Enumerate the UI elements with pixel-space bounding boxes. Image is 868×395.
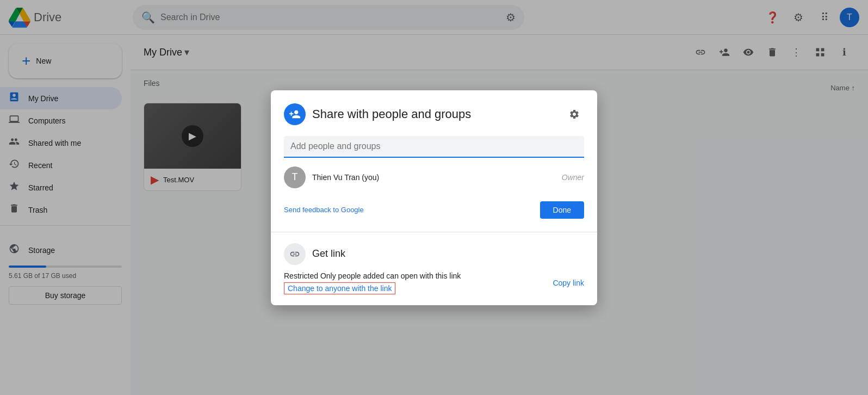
link-desc: Restricted Only people added can open wi… [284,271,461,280]
get-link-title-row: Get link [284,243,584,265]
user-role: Owner [562,173,584,182]
link-icon [284,243,306,265]
link-description: Restricted Only people added can open wi… [284,271,461,294]
share-dialog-title: Share with people and groups [312,107,558,121]
copy-link-button[interactable]: Copy link [553,279,584,287]
share-title-row: Share with people and groups [284,103,584,125]
add-people-input[interactable] [284,136,584,158]
get-link-title: Get link [312,248,345,260]
user-name: Thien Vu Tran (you) [312,173,379,182]
get-link-section: Get link Restricted Only people added ca… [271,232,597,305]
link-actions: Restricted Only people added can open wi… [284,271,584,294]
share-title-icon [284,103,306,125]
user-avatar: T [284,166,306,188]
dialog-container: Share with people and groups T Thien Vu … [271,90,597,305]
user-row: T Thien Vu Tran (you) Owner [284,158,584,197]
restricted-label: Restricted [284,271,318,280]
share-footer: Send feedback to Google Done [284,197,584,219]
change-link-button[interactable]: Change to anyone with the link [284,282,395,294]
overlay: Share with people and groups T Thien Vu … [0,0,868,395]
done-button[interactable]: Done [540,201,584,219]
feedback-link[interactable]: Send feedback to Google [284,206,364,214]
restricted-description: Only people added can open with this lin… [320,271,461,280]
share-settings-button[interactable] [565,104,584,124]
share-dialog: Share with people and groups T Thien Vu … [271,90,597,232]
